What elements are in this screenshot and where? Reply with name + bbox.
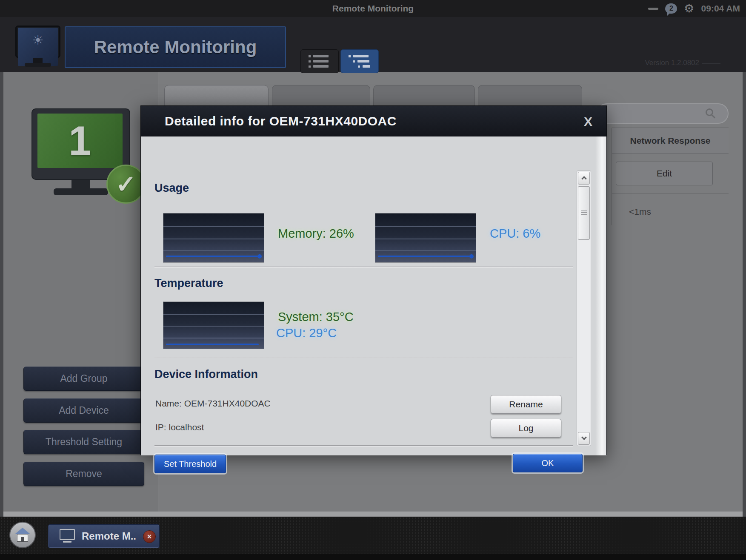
taskbar-item-label: Remote M.. xyxy=(82,530,136,542)
section-divider xyxy=(154,445,573,446)
dialog-right-margin xyxy=(595,136,606,455)
app-header: ☀ Remote Monitoring Version 1.2.0802 xyxy=(0,17,746,72)
device-sidebar: 1 ✓ Add Group Add Device Threshold Setti… xyxy=(3,72,158,512)
search-input[interactable] xyxy=(597,103,729,124)
usage-heading: Usage xyxy=(154,182,189,195)
screen-bottom-edge xyxy=(0,554,746,560)
gear-icon[interactable]: ⚙ xyxy=(684,3,694,14)
cpu-usage-graph xyxy=(375,213,476,263)
status-ok-badge: ✓ xyxy=(106,165,146,204)
search-icon[interactable] xyxy=(706,108,713,116)
threshold-setting-button[interactable]: Threshold Setting xyxy=(23,430,144,454)
memory-usage-graph xyxy=(163,213,264,263)
add-group-button[interactable]: Add Group xyxy=(23,367,144,391)
cpu-usage-label: CPU: 6% xyxy=(490,227,540,241)
window-edge-left xyxy=(0,72,3,554)
app-title: Remote Monitoring xyxy=(94,37,257,57)
temperature-heading: Temperature xyxy=(154,277,223,290)
system-temp-label: System: 35°C xyxy=(278,310,354,324)
notification-bubble-icon[interactable]: 2 xyxy=(665,3,677,14)
minimize-icon[interactable] xyxy=(648,8,658,10)
table-row-divider xyxy=(612,193,729,193)
app-title-plate: Remote Monitoring xyxy=(65,26,286,68)
home-icon xyxy=(16,528,29,543)
taskbar: Remote M.. × xyxy=(0,517,746,554)
edit-button[interactable]: Edit xyxy=(616,162,713,185)
dialog-titlebar: Detailed info for OEM-731HX40DOAC X xyxy=(141,106,606,136)
device-ip-label: IP: localhost xyxy=(155,422,204,432)
add-device-button[interactable]: Add Device xyxy=(23,398,144,423)
tree-view-icon[interactable] xyxy=(340,49,379,73)
dialog-title: Detailed info for OEM-731HX40DOAC xyxy=(165,114,397,128)
scroll-up-icon[interactable] xyxy=(578,172,590,185)
set-threshold-button[interactable]: Set Threshold xyxy=(154,455,226,473)
clock-label: 09:04 AM xyxy=(701,3,740,14)
scrollbar-thumb[interactable] xyxy=(578,186,590,240)
device-name-label: Name: OEM-731HX40DOAC xyxy=(155,398,271,409)
app-logo-icon: ☀ xyxy=(15,26,60,68)
version-label: Version 1.2.0802 xyxy=(645,59,699,67)
app-window: Remote Monitoring 2 ⚙ 09:04 AM ☀ Remote … xyxy=(0,0,746,560)
rename-button[interactable]: Rename xyxy=(491,395,561,414)
network-response-column-header: Network Response xyxy=(612,128,729,154)
view-toggle-group xyxy=(300,49,379,73)
dialog-body: Usage Memory: 26% CPU: 6% Temperature Sy… xyxy=(141,136,606,455)
scroll-down-icon[interactable] xyxy=(578,432,590,445)
check-icon: ✓ xyxy=(116,170,137,199)
device-monitor-icon[interactable]: 1 ✓ xyxy=(31,108,145,207)
cpu-temp-label: CPU: 29°C xyxy=(276,326,337,340)
memory-usage-label: Memory: 26% xyxy=(278,227,354,241)
section-divider xyxy=(154,267,573,268)
version-divider xyxy=(702,63,720,64)
taskbar-close-icon[interactable]: × xyxy=(143,530,156,543)
device-count-label: 1 xyxy=(69,117,91,164)
dialog-scrollbar[interactable] xyxy=(577,171,591,446)
content-bottom-strip xyxy=(3,512,743,517)
taskbar-item-remote-monitoring[interactable]: Remote M.. × xyxy=(48,524,160,548)
home-button[interactable] xyxy=(9,522,36,548)
temperature-graph xyxy=(163,301,264,349)
window-title: Remote Monitoring xyxy=(0,3,746,14)
monitor-icon xyxy=(60,529,76,543)
device-detail-dialog: Detailed info for OEM-731HX40DOAC X Usag… xyxy=(140,105,607,455)
network-response-value: <1ms xyxy=(629,207,651,217)
log-button[interactable]: Log xyxy=(491,419,561,438)
ok-button[interactable]: OK xyxy=(513,454,583,472)
window-edge-right xyxy=(743,72,746,554)
window-titlebar: Remote Monitoring 2 ⚙ 09:04 AM xyxy=(0,0,746,17)
list-view-icon[interactable] xyxy=(300,49,339,73)
close-icon[interactable]: X xyxy=(579,113,597,131)
section-divider xyxy=(154,357,573,358)
remove-button[interactable]: Remove xyxy=(23,462,144,486)
device-info-heading: Device Information xyxy=(154,368,258,381)
